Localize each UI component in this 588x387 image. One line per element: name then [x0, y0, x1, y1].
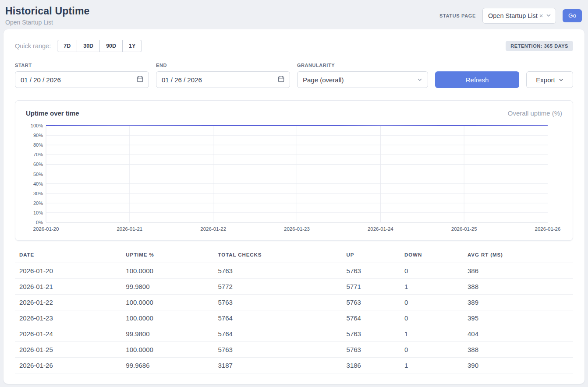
quick-range-30d-button[interactable]: 30D — [77, 40, 100, 52]
table-cell: 0 — [400, 295, 463, 310]
start-date-input[interactable]: 01 / 20 / 2026 — [15, 71, 149, 88]
table-cell: 0 — [400, 342, 463, 358]
table-cell: 5763 — [214, 295, 342, 310]
table-cell: 5763 — [342, 342, 400, 358]
table-cell: 395 — [463, 310, 573, 326]
table-cell: 404 — [463, 326, 573, 342]
table-cell: 99.9686 — [121, 358, 213, 373]
table-row: 2026-01-20100.0000576357630386 — [15, 263, 573, 279]
svg-text:80%: 80% — [33, 142, 43, 148]
table-row: 2026-01-25100.0000576357630388 — [15, 342, 573, 358]
calendar-icon[interactable] — [278, 76, 284, 84]
retention-badge: RETENTION: 365 DAYS — [506, 41, 573, 51]
quick-range-row: Quick range: 7D 30D 90D 1Y RETENTION: 36… — [15, 40, 573, 52]
table-row: 2026-01-2199.9800577257711388 — [15, 279, 573, 295]
table-body: 2026-01-20100.00005763576303862026-01-21… — [15, 263, 573, 373]
start-date-label: START — [15, 63, 149, 68]
quick-range-1y-button[interactable]: 1Y — [123, 40, 142, 52]
column-header: DOWN — [400, 252, 463, 263]
svg-text:10%: 10% — [33, 210, 43, 215]
quick-range-90d-button[interactable]: 90D — [100, 40, 123, 52]
uptime-table: DATEUPTIME %TOTAL CHECKSUPDOWNAVG RT (MS… — [15, 252, 573, 373]
column-header: UPTIME % — [121, 252, 213, 263]
svg-text:0%: 0% — [36, 220, 43, 225]
table-cell: 99.9800 — [121, 326, 213, 342]
table-cell: 5763 — [214, 263, 342, 279]
svg-text:2026-01-21: 2026-01-21 — [117, 226, 142, 232]
table-cell: 1 — [400, 326, 463, 342]
export-button-label: Export — [536, 76, 555, 84]
table-row: 2026-01-23100.0000576457640395 — [15, 310, 573, 326]
column-header: TOTAL CHECKS — [214, 252, 342, 263]
quick-range-label: Quick range: — [15, 42, 51, 49]
clear-selection-icon[interactable]: × — [539, 12, 543, 19]
chevron-down-icon — [559, 76, 563, 84]
end-date-label: END — [156, 63, 290, 68]
table-cell: 100.0000 — [121, 263, 213, 279]
svg-text:70%: 70% — [33, 152, 43, 157]
table-cell: 3187 — [214, 358, 342, 373]
chart-title: Uptime over time — [26, 109, 79, 117]
granularity-select[interactable]: Page (overall) — [297, 71, 428, 88]
table-cell: 5763 — [342, 326, 400, 342]
table-cell: 2026-01-23 — [15, 310, 121, 326]
table-cell: 390 — [463, 358, 573, 373]
svg-text:2026-01-25: 2026-01-25 — [451, 226, 477, 232]
table-cell: 389 — [463, 295, 573, 310]
table-cell: 5771 — [342, 279, 400, 295]
page-header: Historical Uptime Open Startup List STAT… — [0, 0, 588, 29]
end-date-value: 01 / 26 / 2026 — [162, 76, 202, 84]
export-button[interactable]: Export — [526, 71, 573, 88]
table-cell: 0 — [400, 310, 463, 326]
table-cell: 388 — [463, 279, 573, 295]
column-header: UP — [342, 252, 400, 263]
table-cell: 5764 — [342, 310, 400, 326]
svg-text:20%: 20% — [33, 201, 43, 206]
svg-text:2026-01-24: 2026-01-24 — [368, 226, 393, 232]
table-cell: 2026-01-21 — [15, 279, 121, 295]
svg-text:2026-01-22: 2026-01-22 — [200, 226, 226, 232]
quick-range-7d-button[interactable]: 7D — [57, 40, 77, 52]
table-head: DATEUPTIME %TOTAL CHECKSUPDOWNAVG RT (MS… — [15, 252, 573, 263]
table-cell: 5763 — [342, 295, 400, 310]
title-block: Historical Uptime Open Startup List — [5, 5, 90, 26]
status-page-controls: STATUS PAGE Open Startup List × Go — [439, 8, 582, 24]
chart-legend: Overall uptime (%) — [508, 109, 562, 117]
calendar-icon[interactable] — [137, 76, 143, 84]
table-cell: 2026-01-20 — [15, 263, 121, 279]
chevron-down-icon — [546, 12, 551, 19]
table-cell: 5764 — [214, 326, 342, 342]
table-cell: 100.0000 — [121, 295, 213, 310]
status-page-selected-value: Open Startup List — [488, 12, 538, 19]
status-page-select[interactable]: Open Startup List × — [482, 8, 556, 24]
svg-text:30%: 30% — [33, 191, 43, 196]
column-header: DATE — [15, 252, 121, 263]
svg-text:2026-01-23: 2026-01-23 — [284, 226, 310, 232]
refresh-button[interactable]: Refresh — [435, 71, 519, 88]
end-date-field-group: END 01 / 26 / 2026 — [156, 63, 290, 88]
table-row: 2026-01-2699.9686318731861390 — [15, 358, 573, 373]
granularity-label: GRANULARITY — [297, 63, 428, 68]
uptime-line-chart: 0%10%20%30%40%50%60%70%80%90%100%2026-01… — [26, 123, 562, 236]
table-cell: 386 — [463, 263, 573, 279]
start-date-value: 01 / 20 / 2026 — [21, 76, 61, 84]
table-cell: 99.9800 — [121, 279, 213, 295]
go-button[interactable]: Go — [563, 9, 582, 22]
svg-text:40%: 40% — [33, 181, 43, 186]
table-cell: 0 — [400, 263, 463, 279]
page-subtitle: Open Startup List — [5, 19, 90, 26]
svg-text:2026-01-26: 2026-01-26 — [535, 226, 561, 232]
table-cell: 2026-01-24 — [15, 326, 121, 342]
svg-text:50%: 50% — [33, 172, 43, 177]
table-cell: 1 — [400, 279, 463, 295]
end-date-input[interactable]: 01 / 26 / 2026 — [156, 71, 290, 88]
granularity-selected-value: Page (overall) — [303, 76, 344, 84]
table-cell: 100.0000 — [121, 310, 213, 326]
table-cell: 5764 — [214, 310, 342, 326]
chart-header: Uptime over time Overall uptime (%) — [26, 109, 562, 117]
table-cell: 5763 — [214, 342, 342, 358]
start-date-field-group: START 01 / 20 / 2026 — [15, 63, 149, 88]
uptime-chart-card: Uptime over time Overall uptime (%) 0%10… — [15, 100, 573, 241]
table-row: 2026-01-22100.0000576357630389 — [15, 295, 573, 310]
table-cell: 3186 — [342, 358, 400, 373]
